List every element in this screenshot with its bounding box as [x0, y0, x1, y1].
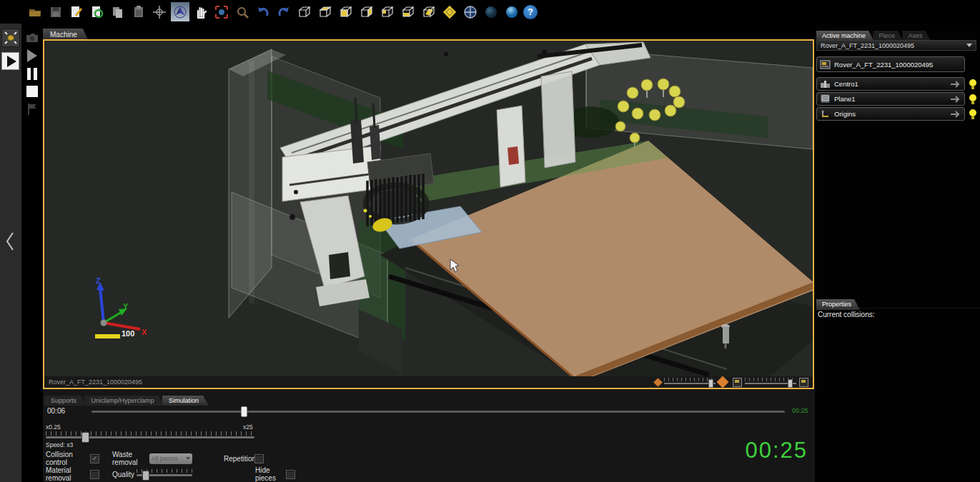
pause-button[interactable] — [24, 66, 40, 81]
waste-removal-dropdown[interactable]: All pieces — [149, 453, 192, 464]
view-diamond-icon[interactable] — [440, 2, 459, 21]
pan-icon[interactable] — [192, 2, 210, 21]
tree-item-label: Plane1 — [834, 95, 946, 103]
refresh-document-icon[interactable] — [88, 2, 107, 21]
tree-item-label: Rover_A_FT_2231_1000020495 — [834, 61, 961, 69]
tab-simulation[interactable]: Simulation — [162, 396, 209, 406]
arrow-right-icon[interactable] — [950, 110, 961, 119]
paste-icon[interactable] — [129, 2, 148, 21]
tab-uniclamp-hyperclamp[interactable]: Uniclamp/Hyperclamp — [84, 396, 164, 406]
properties-tab: Properties — [816, 296, 856, 310]
viewport-tabs: Machine — [43, 27, 89, 39]
view-axonometric-icon[interactable] — [295, 2, 314, 21]
view-front-icon[interactable] — [337, 2, 355, 21]
collapse-panel-chevron[interactable] — [1, 229, 19, 254]
tree-item-plane1[interactable]: Plane1 — [816, 92, 965, 106]
machine-select-value: Rover_A_FT_2231_1000020495 — [821, 42, 914, 49]
visibility-bulb-icon[interactable] — [969, 109, 977, 120]
piece-diamond-icon[interactable] — [653, 378, 663, 387]
visibility-bulb-icon[interactable] — [969, 79, 977, 90]
waste-removal-value: All pieces — [152, 455, 177, 462]
copy-icon[interactable] — [109, 2, 127, 21]
play-icon — [7, 56, 16, 67]
bottom-tabs: Supports Uniclamp/Hyperclamp Simulation — [44, 393, 204, 406]
help-icon[interactable]: ? — [523, 5, 538, 19]
stop-icon — [26, 86, 38, 97]
pause-icon — [27, 68, 37, 80]
tree-item-origins[interactable]: Origins — [816, 107, 965, 121]
speed-min-label: x0.25 — [46, 423, 61, 431]
snapshot-button[interactable] — [24, 30, 40, 46]
zoom-icon[interactable] — [233, 2, 252, 21]
status-machine-name: Rover_A_FT_2231_1000020495 — [49, 378, 142, 386]
arrow-right-icon[interactable] — [950, 80, 961, 89]
play-button[interactable] — [24, 48, 40, 64]
playback-controls — [24, 30, 41, 119]
machine-transparency-slider[interactable] — [745, 378, 796, 386]
render-shaded-icon[interactable] — [503, 2, 521, 21]
machine-select-dropdown[interactable]: Rover_A_FT_2231_1000020495 — [816, 40, 976, 51]
simulation-timer: 00:25 — [745, 438, 808, 463]
undo-icon[interactable] — [254, 2, 272, 21]
machine-mini-icon-2[interactable] — [799, 378, 808, 387]
render-solid-icon[interactable] — [482, 2, 500, 21]
simulation-panel: Supports Uniclamp/Hyperclamp Simulation … — [43, 389, 815, 482]
speed-value-label: Speed: x3 — [46, 441, 73, 448]
stop-button[interactable] — [24, 84, 40, 99]
axis-triad: Z Y X 100 — [87, 276, 194, 348]
redo-icon[interactable] — [274, 2, 293, 21]
view-bottom-icon[interactable] — [399, 2, 417, 21]
viewport-status-bar: Rover_A_FT_2231_1000020495 — [44, 376, 813, 388]
axis-triad-icon — [87, 276, 194, 348]
speed-ticks — [46, 431, 254, 436]
left-sidebar — [0, 24, 21, 482]
tab-supports[interactable]: Supports — [44, 396, 86, 406]
tree-item-machine[interactable]: Rover_A_FT_2231_1000020495 — [816, 56, 965, 72]
origins-icon — [820, 109, 831, 119]
quality-slider[interactable] — [137, 469, 192, 479]
view-top-icon[interactable] — [316, 2, 335, 21]
visibility-bulb-icon[interactable] — [969, 94, 977, 105]
flag-button[interactable] — [24, 101, 40, 117]
axis-z-label: Z — [96, 276, 101, 285]
rotate-view-icon[interactable] — [171, 2, 189, 21]
material-removal-label: Material removal — [46, 466, 90, 482]
camera-icon — [26, 32, 39, 44]
center-origin-icon[interactable] — [150, 2, 169, 21]
material-removal-checkbox[interactable] — [90, 470, 99, 479]
view-right-icon[interactable] — [378, 2, 397, 21]
open-icon[interactable] — [26, 2, 44, 21]
save-icon[interactable] — [46, 2, 65, 21]
collision-control-checkbox[interactable] — [90, 454, 99, 463]
axis-scale-label: 100 — [122, 329, 134, 338]
simulation-play-button[interactable] — [1, 52, 19, 70]
piece-diamond-large-icon[interactable] — [717, 376, 729, 388]
arrow-right-icon[interactable] — [950, 95, 961, 104]
machine-mini-icon[interactable] — [733, 378, 742, 387]
fit-view-button[interactable] — [1, 29, 20, 47]
hide-pieces-label: Hide pieces — [255, 466, 286, 482]
right-panel-tabs: Active machine Piece Axes — [816, 28, 926, 39]
zoom-window-icon[interactable] — [212, 2, 231, 21]
timeline-current-time: 00:06 — [47, 407, 65, 415]
timeline-handle[interactable] — [241, 406, 247, 417]
quality-handle[interactable] — [142, 471, 149, 481]
sphere-views-icon[interactable] — [461, 2, 480, 21]
chevron-left-icon — [4, 231, 16, 252]
tree-item-centro1[interactable]: Centro1 — [816, 77, 965, 91]
hide-pieces-checkbox[interactable] — [286, 470, 295, 479]
edit-icon[interactable] — [67, 2, 86, 21]
current-collisions-label: Current collisions: — [818, 311, 874, 318]
timeline-slider[interactable] — [91, 411, 785, 413]
view-section-icon[interactable] — [420, 2, 438, 21]
repetitions-checkbox[interactable] — [254, 454, 264, 463]
piece-transparency-slider[interactable] — [664, 378, 716, 386]
tree-item-label: Centro1 — [834, 80, 946, 88]
timeline-end-time: 00:25 — [792, 407, 808, 414]
tab-properties[interactable]: Properties — [816, 299, 860, 310]
work-center-icon — [820, 79, 831, 89]
machine-viewport: Z Y X 100 Rover_A_FT_2231_1000020495 — [43, 39, 814, 389]
view-left-icon[interactable] — [357, 2, 376, 21]
speed-slider[interactable] — [46, 436, 254, 438]
speed-handle[interactable] — [81, 432, 89, 443]
